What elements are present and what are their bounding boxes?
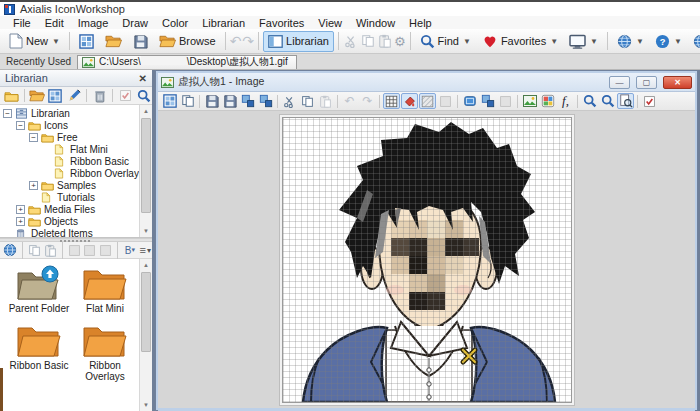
menu-item-image[interactable]: Image — [71, 17, 116, 29]
minimize-button[interactable]: — — [609, 76, 630, 89]
web-button[interactable]: ▼ — [612, 31, 649, 52]
folder-item-ribbon-overlays[interactable]: Ribbon Overlays — [72, 322, 138, 382]
expand-icon[interactable]: + — [29, 181, 38, 190]
new-project-button[interactable] — [74, 31, 99, 52]
doc-import-button[interactable] — [239, 93, 256, 109]
doc-duplicate-button[interactable] — [179, 93, 196, 109]
find-button[interactable]: Find▼ — [415, 31, 476, 52]
export-button[interactable] — [68, 242, 81, 258]
help-button[interactable]: ▼ — [650, 31, 687, 52]
scroll-down-icon[interactable]: ▼ — [140, 399, 152, 411]
expand-icon[interactable]: + — [16, 205, 25, 214]
scrollbar-thumb[interactable] — [141, 272, 151, 352]
doc-screen-button[interactable] — [461, 93, 478, 109]
folder-item-parent-folder[interactable]: Parent Folder — [6, 265, 72, 314]
doc-paste-button[interactable] — [317, 93, 334, 109]
doc-effects-button[interactable]: f, — [557, 93, 574, 109]
doc-image-adjust-button[interactable] — [521, 93, 538, 109]
scrollbar-thumb[interactable] — [141, 118, 151, 213]
doc-new-icon-button[interactable] — [161, 93, 178, 109]
doc-disabled-button[interactable] — [437, 93, 454, 109]
find-dropdown-caret[interactable]: ▼ — [463, 37, 471, 46]
tree-item-icons[interactable]: −Icons — [0, 119, 152, 131]
expand-icon[interactable]: + — [16, 217, 25, 226]
paste-file-button[interactable] — [43, 242, 56, 258]
menu-item-draw[interactable]: Draw — [115, 17, 155, 29]
menu-item-favorites[interactable]: Favorites — [252, 17, 311, 29]
close-button[interactable]: ✕ — [663, 76, 692, 89]
collapse-icon[interactable]: − — [3, 109, 12, 118]
tree-item-media-files[interactable]: +Media Files — [0, 203, 152, 215]
favorites-dropdown-caret[interactable]: ▼ — [550, 37, 558, 46]
view-mode-button[interactable]: ≡▾ — [139, 242, 152, 258]
doc-save-as-button[interactable] — [221, 93, 238, 109]
collapse-icon[interactable]: − — [29, 133, 38, 142]
tree-item-deleted-items[interactable]: Deleted Items — [0, 227, 152, 238]
update-button[interactable]: Update — [688, 31, 700, 52]
tree-item-librarian[interactable]: −Librarian — [0, 107, 152, 119]
menu-item-edit[interactable]: Edit — [38, 17, 71, 29]
new-dropdown-caret[interactable]: ▼ — [52, 37, 60, 46]
cut-button[interactable] — [343, 33, 359, 49]
delete-button[interactable] — [91, 88, 108, 104]
doc-cut-button[interactable] — [281, 93, 298, 109]
check-doc-button[interactable] — [117, 88, 134, 104]
undo-button[interactable]: ↶ — [230, 34, 242, 48]
doc-save-button[interactable] — [203, 93, 220, 109]
paste-button[interactable] — [377, 33, 393, 49]
doc-resize-button[interactable] — [479, 93, 496, 109]
pixel-canvas[interactable] — [282, 117, 572, 403]
recent-file-tab[interactable]: C:\Users\\Desktop\虚拟人物1.gif — [77, 55, 297, 69]
scroll-down-icon[interactable]: ▼ — [140, 225, 152, 237]
copy-file-button[interactable] — [28, 242, 41, 258]
import-button[interactable] — [83, 242, 96, 258]
scroll-up-icon[interactable]: ▲ — [140, 259, 152, 271]
folder-item-flat-mini[interactable]: Flat Mini — [72, 265, 138, 314]
browse-button[interactable]: Browse — [154, 31, 221, 52]
document-titlebar[interactable]: 虚拟人物1 - Image — ▢ ✕ — [158, 73, 695, 92]
open-button[interactable] — [100, 31, 127, 52]
tree-item-flat-mini[interactable]: Flat Mini — [0, 143, 152, 155]
doc-zoom-out-button[interactable] — [599, 93, 616, 109]
menu-item-window[interactable]: Window — [349, 17, 402, 29]
file-list-scrollbar[interactable]: ▲ ▼ — [139, 259, 152, 411]
collapse-icon[interactable]: − — [16, 121, 25, 130]
tree-item-free[interactable]: −Free — [0, 131, 152, 143]
menu-item-help[interactable]: Help — [402, 17, 439, 29]
open-library-button[interactable] — [29, 88, 46, 104]
favorites-button[interactable]: Favorites▼ — [477, 31, 563, 52]
new-button[interactable]: New▼ — [4, 31, 65, 52]
tree-item-tutorials[interactable]: Tutorials — [0, 191, 152, 203]
doc-redo-button[interactable]: ↷ — [359, 93, 376, 109]
doc-export-button[interactable] — [257, 93, 274, 109]
doc-palette-button[interactable] — [539, 93, 556, 109]
window-titlebar[interactable]: Axialis IconWorkshop — [0, 0, 700, 16]
edit-pencil-button[interactable] — [66, 88, 83, 104]
library-grid-button[interactable] — [47, 88, 64, 104]
doc-grid-toggle[interactable] — [383, 93, 400, 109]
tree-item-ribbon-overlays[interactable]: Ribbon Overlays — [0, 167, 152, 179]
tree-item-objects[interactable]: +Objects — [0, 215, 152, 227]
doc-fill-toggle[interactable] — [401, 93, 418, 109]
maximize-button[interactable]: ▢ — [636, 76, 657, 89]
convert-button[interactable] — [99, 242, 112, 258]
menu-item-librarian[interactable]: Librarian — [195, 17, 252, 29]
tree-scrollbar[interactable]: ▲ ▼ — [139, 105, 152, 237]
search-library-button[interactable] — [135, 88, 152, 104]
settings-button[interactable]: ⚙ — [394, 35, 406, 48]
doc-transparency-toggle[interactable] — [419, 93, 436, 109]
scroll-up-icon[interactable]: ▲ — [140, 105, 152, 117]
sort-button[interactable]: B▾ — [123, 242, 136, 258]
doc-preview-toggle[interactable] — [617, 93, 634, 109]
panel-splitter[interactable] — [0, 238, 152, 242]
copy-button[interactable] — [360, 33, 376, 49]
folder-item-ribbon-basic[interactable]: Ribbon Basic — [6, 322, 72, 382]
menu-item-color[interactable]: Color — [155, 17, 195, 29]
new-folder-button[interactable] — [3, 88, 20, 104]
menu-item-file[interactable]: File — [6, 17, 38, 29]
doc-crop-button[interactable] — [497, 93, 514, 109]
close-icon[interactable]: ✕ — [139, 73, 147, 84]
librarian-panel-header[interactable]: Librarian ✕ — [0, 70, 152, 87]
web-download-button[interactable] — [3, 242, 17, 258]
menu-item-view[interactable]: View — [311, 17, 349, 29]
